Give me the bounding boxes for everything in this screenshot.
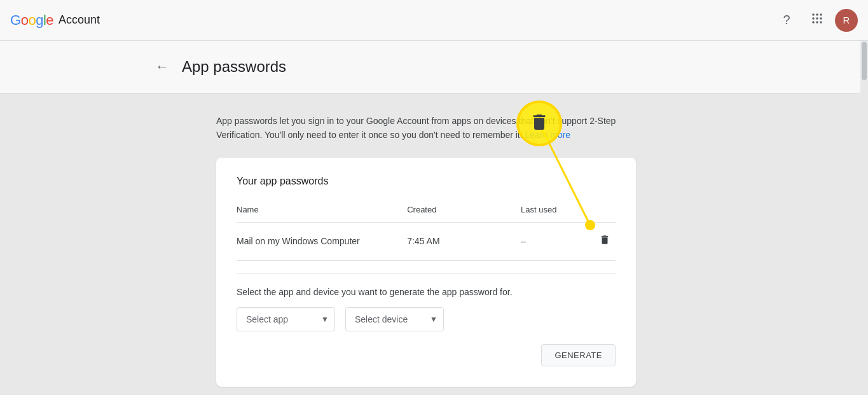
content-area: App passwords let you sign in to your Go… — [0, 94, 636, 387]
col-header-lastused: Last used — [521, 200, 596, 223]
help-button[interactable]: ? — [774, 8, 799, 33]
scrollbar[interactable] — [860, 41, 868, 395]
svg-point-2 — [820, 13, 822, 16]
logo-container: G o o g l e Account — [10, 12, 100, 29]
svg-point-6 — [812, 21, 815, 24]
col-header-action — [596, 200, 616, 223]
svg-point-1 — [816, 13, 818, 16]
trash-icon — [599, 234, 610, 249]
svg-point-0 — [812, 13, 815, 16]
selects-row: Select app ▼ Select device ▼ — [237, 307, 616, 331]
header-actions: ? R — [774, 8, 858, 33]
svg-point-3 — [812, 17, 815, 20]
select-app-wrapper: Select app ▼ — [237, 307, 335, 331]
google-logo: G o o g l e — [10, 12, 53, 29]
generate-button[interactable]: GENERATE — [541, 344, 616, 366]
description: App passwords let you sign in to your Go… — [216, 114, 623, 142]
section-divider — [237, 274, 616, 274]
logo-g2: g — [36, 12, 43, 29]
avatar-initial: R — [843, 15, 850, 25]
passwords-table: Name Created Last used Mail on my Window… — [237, 200, 616, 261]
svg-point-8 — [820, 21, 822, 24]
svg-point-4 — [816, 17, 818, 20]
logo-o1: o — [21, 12, 29, 29]
back-arrow-icon: ← — [155, 59, 169, 75]
scrollbar-thumb — [862, 42, 867, 80]
password-created: 7:45 AM — [407, 222, 521, 260]
logo-o2: o — [28, 12, 36, 29]
header: G o o g l e Account ? R — [0, 0, 868, 41]
apps-grid-icon — [811, 12, 823, 28]
back-button[interactable]: ← — [153, 56, 172, 78]
col-header-created: Created — [407, 200, 521, 223]
col-header-name: Name — [237, 200, 407, 223]
delete-password-button[interactable] — [596, 232, 613, 251]
svg-point-5 — [820, 17, 822, 20]
account-avatar[interactable]: R — [835, 9, 858, 32]
select-device-wrapper: Select device ▼ — [345, 307, 444, 331]
svg-point-7 — [816, 21, 818, 24]
apps-button[interactable] — [804, 8, 830, 33]
password-action — [596, 222, 616, 260]
password-name: Mail on my Windows Computer — [237, 222, 407, 260]
logo-e: e — [46, 12, 53, 29]
generate-btn-row: GENERATE — [237, 344, 616, 366]
learn-more-link[interactable]: Learn more — [525, 130, 571, 140]
select-app-dropdown[interactable]: Select app — [237, 307, 335, 331]
logo-g: G — [10, 12, 21, 29]
help-icon: ? — [783, 13, 790, 27]
select-device-dropdown[interactable]: Select device — [345, 307, 444, 331]
app-passwords-card: Your app passwords Name Created Last use… — [216, 158, 636, 387]
password-last-used: – — [521, 222, 596, 260]
app-name: Account — [59, 13, 100, 27]
page-title-bar: ← App passwords — [0, 41, 868, 94]
card-title: Your app passwords — [237, 176, 616, 187]
table-row: Mail on my Windows Computer 7:45 AM – — [237, 222, 616, 260]
main-content: App passwords let you sign in to your Go… — [0, 94, 868, 395]
page-title: App passwords — [182, 58, 286, 76]
generate-label: Select the app and device you want to ge… — [237, 287, 616, 297]
